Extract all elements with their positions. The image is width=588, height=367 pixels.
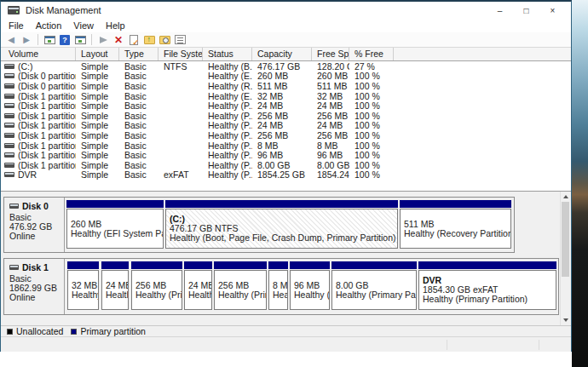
volume-name: (Disk 1 partition 3)	[18, 111, 76, 121]
status-divider	[539, 340, 539, 350]
minimize-button[interactable]: –	[487, 2, 513, 19]
show-action-pane-button[interactable]	[73, 33, 87, 46]
disk-1-info[interactable]: Disk 1 Basic 1862.99 GB Online	[4, 259, 65, 314]
delete-volume-button[interactable]: ✕	[112, 33, 125, 46]
table-row[interactable]: (Disk 1 partition 1) Simple Basic Health…	[1, 91, 571, 101]
open-button[interactable]	[142, 33, 156, 46]
table-row[interactable]: (C:) Simple Basic NTFS Healthy (B... 476…	[1, 61, 571, 72]
table-row[interactable]: (Disk 1 partition 7) Simple Basic Health…	[1, 150, 571, 160]
partition-block[interactable]: 32 MB Healthy (Primary Partition)	[67, 261, 99, 310]
menu-view[interactable]: View	[67, 20, 100, 31]
volume-icon	[4, 123, 14, 128]
volume-name: (Disk 1 partition 5)	[18, 130, 76, 140]
table-row[interactable]: (Disk 1 partition 5) Simple Basic Health…	[1, 130, 571, 140]
close-button[interactable]: ×	[539, 2, 566, 19]
table-row[interactable]: (Disk 1 partition 4) Simple Basic Health…	[1, 121, 571, 131]
partition-recovery[interactable]: 511 MB Healthy (Recovery Partition)	[400, 200, 511, 249]
disk-icon	[9, 265, 19, 270]
help-button[interactable]: ?	[58, 33, 72, 46]
volume-name: (C:)	[18, 61, 33, 72]
volume-icon	[4, 103, 14, 108]
scroll-down-button[interactable]	[561, 315, 570, 325]
partition-color-bar	[67, 261, 99, 269]
window-title: Disk Management	[26, 5, 101, 15]
partition-color-bar	[400, 200, 511, 208]
volume-name: (Disk 1 partition 2)	[18, 100, 76, 111]
scrollbar-thumb[interactable]	[562, 202, 569, 277]
partition-block[interactable]: 24 MB Healthy (Primary Partition)	[184, 261, 212, 310]
legend-primary-label: Primary partition	[80, 326, 145, 336]
delete-icon: ✕	[114, 35, 123, 45]
menu-bar: File Action View Help	[1, 19, 571, 32]
maximize-button[interactable]: □	[513, 2, 539, 19]
show-console-tree-button[interactable]	[43, 33, 56, 46]
volume-name: (Disk 1 partition 4)	[18, 120, 76, 130]
partition-dvr[interactable]: DVR 1854.30 GB exFAT Healthy (Primary Pa…	[418, 261, 556, 310]
col-header-type[interactable]: Type	[119, 48, 159, 60]
partition-efi-system[interactable]: 260 MB Healthy (EFI System Partition)	[66, 200, 164, 249]
partition-block[interactable]: 8 MB Healthy (Primary Partition)	[268, 261, 288, 310]
scroll-up-button[interactable]	[561, 192, 570, 202]
volume-name: (Disk 0 partition 4)	[18, 81, 76, 91]
table-row[interactable]: (Disk 1 partition 6) Simple Basic Health…	[1, 140, 571, 151]
table-row[interactable]: (Disk 0 partition 1) Simple Basic Health…	[1, 72, 571, 82]
forward-arrow-icon: ▶	[23, 36, 30, 44]
partition-block[interactable]: 256 MB Healthy (Primary Partition)	[131, 261, 182, 310]
volume-name: (Disk 0 partition 1)	[18, 71, 76, 81]
partition-block[interactable]: 24 MB Healthy (Primary Partition)	[101, 261, 129, 310]
partition-color-bar	[101, 261, 129, 269]
disk-1-panel: Disk 1 Basic 1862.99 GB Online 32 MB Hea…	[3, 258, 559, 315]
legend-unallocated-label: Unallocated	[16, 326, 63, 336]
toolbar-separator	[91, 34, 92, 45]
properties-button[interactable]	[127, 33, 141, 46]
forward-button[interactable]: ▶	[20, 33, 33, 46]
col-header-capacity[interactable]: Capacity	[252, 48, 312, 60]
action-pane-icon	[75, 36, 86, 44]
partition-color-bar	[214, 261, 267, 269]
volume-icon	[4, 73, 14, 78]
menu-file[interactable]: File	[3, 20, 30, 31]
col-header-free-space[interactable]: Free Sp...	[312, 48, 349, 60]
disk-management-window: Disk Management – □ × File Action View H…	[0, 0, 572, 352]
col-header-pct-free[interactable]: % Free	[349, 48, 394, 60]
explore-button[interactable]	[158, 33, 171, 46]
menu-action[interactable]: Action	[30, 20, 68, 31]
console-window-icon	[44, 36, 55, 44]
vertical-scrollbar[interactable]	[560, 192, 569, 325]
partition-block[interactable]: 256 MB Healthy (Primary Partition)	[214, 261, 267, 310]
col-header-file-system[interactable]: File System	[159, 48, 203, 60]
disk-0-info[interactable]: Disk 0 Basic 476.92 GB Online	[4, 198, 65, 252]
partition-color-bar	[165, 200, 398, 208]
volume-name: (Disk 1 partition 7)	[18, 150, 76, 160]
volume-name: DVR	[18, 169, 37, 180]
partition-color-bar	[331, 261, 417, 269]
view-details-button[interactable]	[173, 33, 187, 46]
partition-color-bar	[418, 261, 556, 269]
partition-block[interactable]: 96 MB Healthy (Primary Partition)	[290, 261, 330, 310]
table-row[interactable]: (Disk 1 partition 8) Simple Basic Health…	[1, 160, 571, 170]
unallocated-swatch	[7, 329, 13, 335]
table-row[interactable]: (Disk 1 partition 3) Simple Basic Health…	[1, 111, 571, 121]
status-divider	[447, 340, 447, 350]
partition-block[interactable]: 8.00 GB Healthy (Primary Partition)	[331, 261, 417, 310]
title-bar[interactable]: Disk Management – □ ×	[1, 2, 571, 19]
folder-search-icon	[159, 36, 170, 44]
partition-color-bar	[184, 261, 212, 269]
disk-management-icon	[8, 6, 20, 14]
col-header-layout[interactable]: Layout	[76, 48, 119, 60]
volume-icon	[4, 133, 14, 138]
folder-up-icon	[144, 36, 155, 44]
disk-graph-pane: Disk 0 Basic 476.92 GB Online 260 MB Hea…	[1, 192, 571, 325]
pointer-tool-button[interactable]	[96, 33, 110, 46]
table-row[interactable]: (Disk 0 partition 4) Simple Basic Health…	[1, 81, 571, 91]
back-button[interactable]: ◀	[4, 33, 18, 46]
table-row[interactable]: (Disk 1 partition 2) Simple Basic Health…	[1, 100, 571, 111]
col-header-status[interactable]: Status	[203, 48, 252, 60]
menu-help[interactable]: Help	[100, 20, 131, 31]
disk-status: Online	[9, 232, 64, 241]
partition-c-drive[interactable]: (C:) 476.17 GB NTFS Healthy (Boot, Page …	[165, 200, 398, 249]
table-row[interactable]: DVR Simple Basic exFAT Healthy (P... 185…	[1, 170, 571, 181]
col-header-volume[interactable]: Volume	[1, 48, 76, 60]
disk-status: Online	[9, 293, 64, 302]
back-arrow-icon: ◀	[8, 36, 14, 44]
